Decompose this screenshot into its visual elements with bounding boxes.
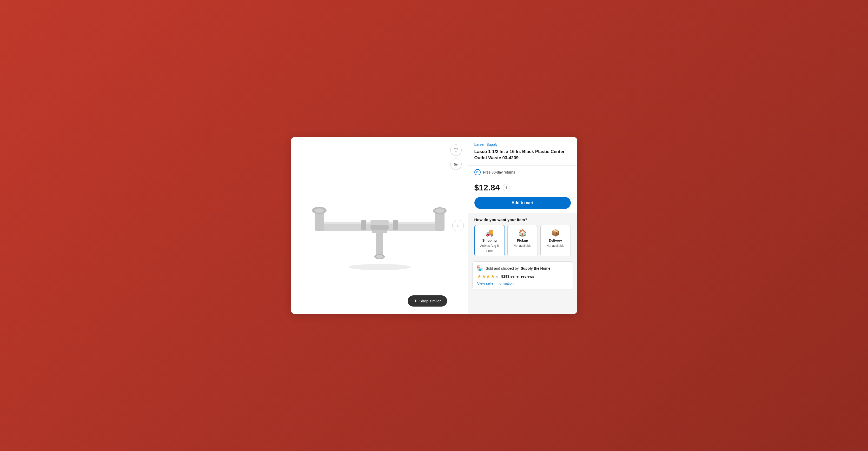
pickup-icon: 🏠 [518,229,527,237]
product-header: Larsen Supply Lasco 1-1/2 In. x 16 In. B… [468,137,577,165]
product-card: ♡ ⊕ [291,137,577,314]
svg-point-6 [315,208,324,213]
sold-shipped-text: Sold and shipped by Supply the Home [486,266,551,270]
seller-name: Supply the Home [521,266,550,270]
product-image [298,143,462,308]
delivery-option-pickup[interactable]: 🏠 Pickup Not available [507,225,538,256]
shop-similar-label: Shop similar [419,299,441,303]
brand-link[interactable]: Larsen Supply [474,142,571,147]
seller-name-row: 🏪 Sold and shipped by Supply the Home [477,265,568,271]
delivery-section-title: How do you want your item? [474,218,571,222]
add-to-cart-section: Add to cart [468,197,577,213]
shop-similar-button[interactable]: ✦ Shop similar [408,295,447,307]
product-image-area: ♡ ⊕ [291,137,468,314]
delivery-options-list: 🚚 Shipping Arrives Aug 6 Free 🏠 Pickup N… [474,225,571,256]
svg-rect-12 [370,225,389,230]
shipping-icon: 🚚 [485,229,494,237]
delivery-icon: 📦 [551,229,560,237]
zoom-button[interactable]: ⊕ [450,159,462,170]
svg-rect-17 [393,220,398,230]
product-info-panel: Larsen Supply Lasco 1-1/2 In. x 16 In. B… [468,137,577,314]
svg-rect-13 [376,233,383,256]
delivery-label: Delivery [549,238,562,243]
pickup-availability: Not available [514,244,531,248]
sparkle-icon: ✦ [414,298,417,303]
seller-rating-row: ★★★★★ 8293 seller reviews [477,273,568,279]
delivery-option-shipping[interactable]: 🚚 Shipping Arrives Aug 6 Free [474,225,505,256]
shipping-cost: Free [486,249,493,253]
pipe-illustration [299,181,460,270]
shipping-arrival: Arrives Aug 6 [480,244,499,248]
delivery-option-delivery[interactable]: 📦 Delivery Not available [540,225,571,256]
next-image-button[interactable]: › [452,220,464,231]
add-to-cart-button[interactable]: Add to cart [474,197,571,209]
returns-section: ↺ Free 30-day returns [468,165,577,179]
product-title: Lasco 1-1/2 In. x 16 In. Black Plastic C… [474,149,571,161]
svg-rect-11 [370,220,389,226]
product-price: $12.84 [474,183,500,193]
pickup-label: Pickup [517,238,528,243]
wishlist-button[interactable]: ♡ [450,144,462,156]
seller-icon: 🏪 [477,265,483,271]
view-seller-link[interactable]: View seller information [477,281,568,286]
svg-point-15 [376,255,383,258]
seller-info-section: 🏪 Sold and shipped by Supply the Home ★★… [472,261,573,289]
delivery-availability: Not available [546,244,564,248]
returns-label: Free 30-day returns [483,170,515,174]
svg-point-18 [348,264,411,270]
svg-rect-16 [361,220,366,230]
price-section: $12.84 ℹ [468,179,577,197]
shipping-label: Shipping [482,238,497,243]
delivery-section: How do you want your item? 🚚 Shipping Ar… [468,213,577,258]
returns-icon: ↺ [474,169,480,175]
star-rating: ★★★★★ [477,273,499,279]
svg-point-9 [435,208,444,213]
review-count: 8293 seller reviews [501,275,534,279]
price-info-icon[interactable]: ℹ [503,184,510,191]
sold-shipped-by-label: Sold and shipped by [486,266,519,270]
image-action-buttons: ♡ ⊕ [450,144,462,170]
